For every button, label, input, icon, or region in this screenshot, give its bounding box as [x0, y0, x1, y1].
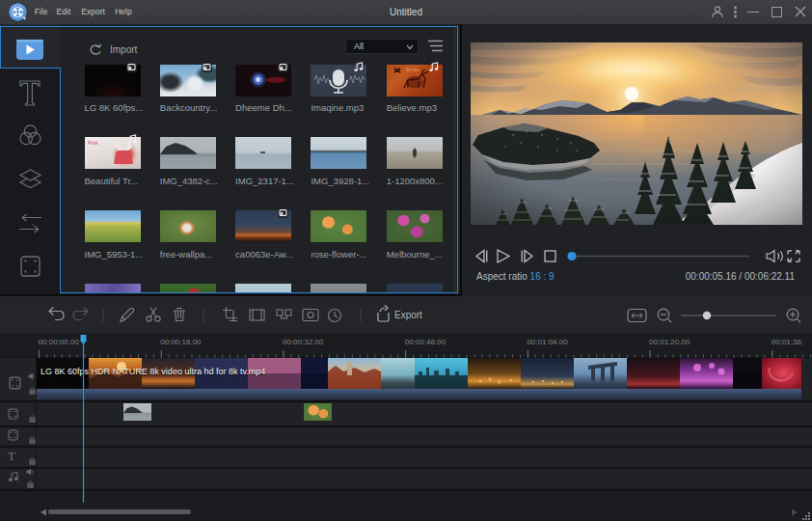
svg-text:for you: for you — [406, 68, 420, 72]
svg-text:Pink: Pink — [88, 140, 98, 146]
